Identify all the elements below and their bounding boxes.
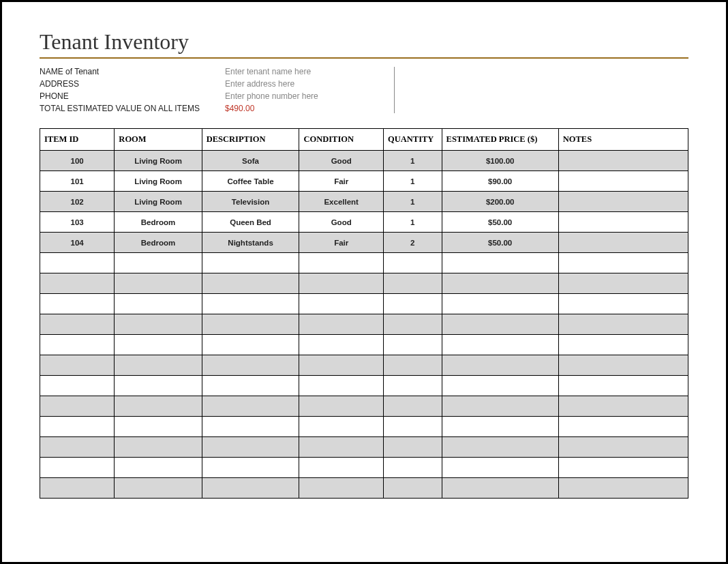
cell-quantity[interactable]: 1 xyxy=(384,212,442,233)
cell-notes[interactable] xyxy=(558,314,688,335)
cell-condition[interactable] xyxy=(299,437,384,458)
cell-room[interactable] xyxy=(115,273,202,294)
cell-quantity[interactable]: 1 xyxy=(384,192,442,212)
cell-notes[interactable] xyxy=(558,192,688,212)
cell-notes[interactable] xyxy=(558,396,688,417)
cell-condition[interactable]: Good xyxy=(299,212,384,233)
cell-notes[interactable] xyxy=(558,376,688,396)
cell-description[interactable] xyxy=(202,396,299,417)
cell-description[interactable] xyxy=(202,417,299,437)
cell-item-id[interactable] xyxy=(40,437,115,458)
cell-estimated-price[interactable] xyxy=(442,273,558,294)
cell-estimated-price[interactable]: $90.00 xyxy=(442,171,558,192)
cell-room[interactable] xyxy=(115,376,202,396)
cell-notes[interactable] xyxy=(558,212,688,233)
cell-condition[interactable] xyxy=(299,478,384,499)
cell-estimated-price[interactable]: $50.00 xyxy=(442,233,558,253)
cell-item-id[interactable] xyxy=(40,355,115,376)
cell-notes[interactable] xyxy=(558,171,688,192)
cell-description[interactable] xyxy=(202,376,299,396)
cell-item-id[interactable] xyxy=(40,335,115,355)
cell-estimated-price[interactable] xyxy=(442,355,558,376)
cell-notes[interactable] xyxy=(558,417,688,437)
cell-quantity[interactable]: 1 xyxy=(384,171,442,192)
cell-description[interactable] xyxy=(202,335,299,355)
cell-estimated-price[interactable] xyxy=(442,253,558,273)
cell-room[interactable] xyxy=(115,294,202,314)
cell-estimated-price[interactable] xyxy=(442,437,558,458)
cell-description[interactable] xyxy=(202,314,299,335)
cell-description[interactable] xyxy=(202,478,299,499)
cell-estimated-price[interactable] xyxy=(442,314,558,335)
cell-description[interactable]: Coffee Table xyxy=(202,171,299,192)
name-value[interactable]: Enter tenant name here xyxy=(225,67,311,76)
cell-item-id[interactable]: 101 xyxy=(40,171,115,192)
address-value[interactable]: Enter address here xyxy=(225,79,294,89)
cell-room[interactable] xyxy=(115,253,202,273)
cell-item-id[interactable]: 103 xyxy=(40,212,115,233)
cell-room[interactable] xyxy=(115,314,202,335)
cell-notes[interactable] xyxy=(558,437,688,458)
cell-condition[interactable] xyxy=(299,273,384,294)
cell-notes[interactable] xyxy=(558,253,688,273)
cell-notes[interactable] xyxy=(558,335,688,355)
cell-room[interactable] xyxy=(115,355,202,376)
cell-quantity[interactable] xyxy=(384,417,442,437)
cell-description[interactable] xyxy=(202,437,299,458)
cell-room[interactable]: Bedroom xyxy=(115,212,202,233)
cell-estimated-price[interactable] xyxy=(442,396,558,417)
cell-notes[interactable] xyxy=(558,458,688,478)
cell-condition[interactable]: Good xyxy=(299,151,384,171)
cell-quantity[interactable] xyxy=(384,478,442,499)
cell-item-id[interactable] xyxy=(40,253,115,273)
cell-item-id[interactable] xyxy=(40,478,115,499)
cell-condition[interactable]: Excellent xyxy=(299,192,384,212)
cell-item-id[interactable] xyxy=(40,458,115,478)
cell-room[interactable] xyxy=(115,458,202,478)
cell-room[interactable]: Living Room xyxy=(115,192,202,212)
cell-item-id[interactable] xyxy=(40,417,115,437)
cell-description[interactable] xyxy=(202,253,299,273)
cell-estimated-price[interactable]: $200.00 xyxy=(442,192,558,212)
cell-quantity[interactable]: 2 xyxy=(384,233,442,253)
cell-condition[interactable]: Fair xyxy=(299,171,384,192)
cell-estimated-price[interactable] xyxy=(442,376,558,396)
cell-quantity[interactable] xyxy=(384,335,442,355)
cell-room[interactable]: Living Room xyxy=(115,151,202,171)
cell-notes[interactable] xyxy=(558,151,688,171)
cell-room[interactable] xyxy=(115,478,202,499)
cell-description[interactable] xyxy=(202,458,299,478)
cell-item-id[interactable] xyxy=(40,376,115,396)
cell-estimated-price[interactable] xyxy=(442,417,558,437)
cell-estimated-price[interactable] xyxy=(442,478,558,499)
cell-room[interactable]: Bedroom xyxy=(115,233,202,253)
cell-item-id[interactable]: 100 xyxy=(40,151,115,171)
cell-estimated-price[interactable] xyxy=(442,458,558,478)
cell-quantity[interactable] xyxy=(384,437,442,458)
cell-condition[interactable]: Fair xyxy=(299,233,384,253)
cell-room[interactable] xyxy=(115,417,202,437)
cell-description[interactable]: Nightstands xyxy=(202,233,299,253)
cell-condition[interactable] xyxy=(299,396,384,417)
cell-item-id[interactable] xyxy=(40,396,115,417)
cell-room[interactable] xyxy=(115,437,202,458)
cell-description[interactable] xyxy=(202,294,299,314)
cell-room[interactable] xyxy=(115,335,202,355)
cell-estimated-price[interactable]: $50.00 xyxy=(442,212,558,233)
cell-condition[interactable] xyxy=(299,355,384,376)
cell-notes[interactable] xyxy=(558,478,688,499)
cell-quantity[interactable] xyxy=(384,273,442,294)
cell-description[interactable] xyxy=(202,273,299,294)
cell-condition[interactable] xyxy=(299,458,384,478)
cell-estimated-price[interactable] xyxy=(442,335,558,355)
cell-condition[interactable] xyxy=(299,417,384,437)
phone-value[interactable]: Enter phone number here xyxy=(225,91,318,101)
cell-description[interactable]: Queen Bed xyxy=(202,212,299,233)
cell-quantity[interactable] xyxy=(384,294,442,314)
cell-quantity[interactable] xyxy=(384,376,442,396)
cell-quantity[interactable] xyxy=(384,396,442,417)
cell-estimated-price[interactable] xyxy=(442,294,558,314)
cell-item-id[interactable]: 102 xyxy=(40,192,115,212)
cell-notes[interactable] xyxy=(558,355,688,376)
cell-quantity[interactable] xyxy=(384,314,442,335)
